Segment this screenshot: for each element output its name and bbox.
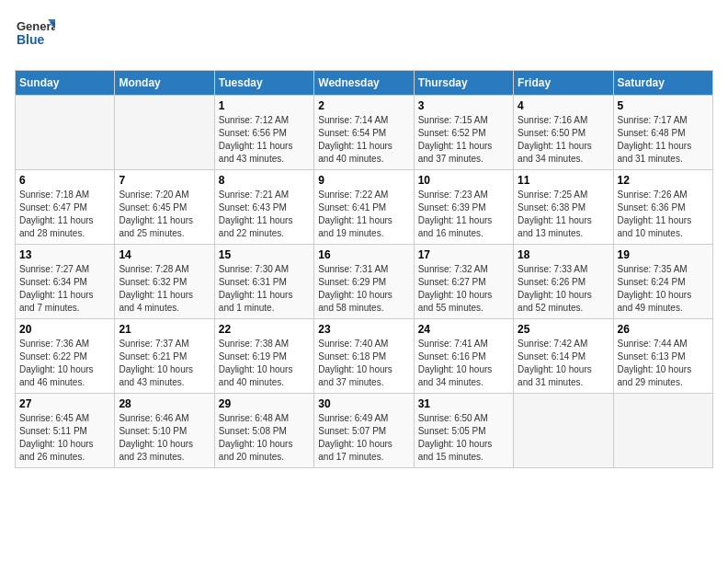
calendar-table: SundayMondayTuesdayWednesdayThursdayFrid…: [15, 70, 713, 468]
calendar-cell: 23Sunrise: 7:40 AM Sunset: 6:18 PM Dayli…: [314, 319, 414, 394]
day-number: 22: [219, 323, 310, 336]
day-number: 19: [618, 248, 709, 261]
day-info: Sunrise: 7:21 AM Sunset: 6:43 PM Dayligh…: [219, 189, 310, 240]
col-header-saturday: Saturday: [613, 71, 712, 96]
day-number: 7: [119, 174, 210, 187]
calendar-cell: 27Sunrise: 6:45 AM Sunset: 5:11 PM Dayli…: [16, 394, 115, 468]
day-info: Sunrise: 7:18 AM Sunset: 6:47 PM Dayligh…: [19, 189, 110, 240]
calendar-cell: 28Sunrise: 6:46 AM Sunset: 5:10 PM Dayli…: [115, 394, 214, 468]
day-number: 4: [518, 99, 609, 112]
day-info: Sunrise: 7:17 AM Sunset: 6:48 PM Dayligh…: [618, 114, 709, 166]
logo: General Blue: [15, 15, 55, 59]
calendar-cell: 2Sunrise: 7:14 AM Sunset: 6:54 PM Daylig…: [314, 96, 414, 170]
svg-text:Blue: Blue: [17, 32, 45, 47]
day-info: Sunrise: 7:27 AM Sunset: 6:34 PM Dayligh…: [19, 263, 110, 315]
day-number: 2: [318, 99, 409, 112]
logo-svg: General Blue: [15, 15, 55, 55]
day-number: 21: [119, 323, 210, 336]
calendar-cell: 15Sunrise: 7:30 AM Sunset: 6:31 PM Dayli…: [214, 245, 313, 319]
day-number: 23: [318, 323, 409, 336]
day-number: 1: [219, 99, 310, 112]
page-header: General Blue: [15, 15, 713, 59]
day-number: 11: [518, 174, 609, 187]
day-info: Sunrise: 7:37 AM Sunset: 6:21 PM Dayligh…: [119, 338, 210, 389]
calendar-cell: 31Sunrise: 6:50 AM Sunset: 5:05 PM Dayli…: [414, 394, 513, 468]
calendar-cell: 5Sunrise: 7:17 AM Sunset: 6:48 PM Daylig…: [613, 96, 712, 170]
day-number: 14: [119, 248, 210, 261]
day-info: Sunrise: 7:25 AM Sunset: 6:38 PM Dayligh…: [518, 189, 609, 240]
day-number: 24: [418, 323, 509, 336]
calendar-cell: 17Sunrise: 7:32 AM Sunset: 6:27 PM Dayli…: [414, 245, 513, 319]
col-header-monday: Monday: [115, 71, 214, 96]
day-number: 9: [318, 174, 409, 187]
day-number: 8: [219, 174, 310, 187]
calendar-cell: 26Sunrise: 7:44 AM Sunset: 6:13 PM Dayli…: [613, 319, 712, 394]
calendar-cell: 20Sunrise: 7:36 AM Sunset: 6:22 PM Dayli…: [16, 319, 115, 394]
calendar-cell: 8Sunrise: 7:21 AM Sunset: 6:43 PM Daylig…: [214, 170, 313, 245]
col-header-wednesday: Wednesday: [314, 71, 414, 96]
calendar-cell: 6Sunrise: 7:18 AM Sunset: 6:47 PM Daylig…: [16, 170, 115, 245]
calendar-cell: 14Sunrise: 7:28 AM Sunset: 6:32 PM Dayli…: [115, 245, 214, 319]
day-number: 16: [318, 248, 409, 261]
calendar-cell: 10Sunrise: 7:23 AM Sunset: 6:39 PM Dayli…: [414, 170, 513, 245]
day-info: Sunrise: 7:22 AM Sunset: 6:41 PM Dayligh…: [318, 189, 409, 240]
day-number: 3: [418, 99, 509, 112]
col-header-tuesday: Tuesday: [214, 71, 313, 96]
col-header-sunday: Sunday: [16, 71, 115, 96]
day-info: Sunrise: 6:46 AM Sunset: 5:10 PM Dayligh…: [119, 412, 210, 464]
calendar-cell: 21Sunrise: 7:37 AM Sunset: 6:21 PM Dayli…: [115, 319, 214, 394]
calendar-cell: [613, 394, 712, 468]
svg-text:General: General: [17, 19, 55, 33]
calendar-cell: 4Sunrise: 7:16 AM Sunset: 6:50 PM Daylig…: [514, 96, 613, 170]
calendar-cell: 16Sunrise: 7:31 AM Sunset: 6:29 PM Dayli…: [314, 245, 414, 319]
day-number: 18: [518, 248, 609, 261]
day-info: Sunrise: 7:15 AM Sunset: 6:52 PM Dayligh…: [418, 114, 509, 166]
day-info: Sunrise: 7:16 AM Sunset: 6:50 PM Dayligh…: [518, 114, 609, 166]
day-number: 5: [618, 99, 709, 112]
day-info: Sunrise: 7:35 AM Sunset: 6:24 PM Dayligh…: [618, 263, 709, 315]
day-info: Sunrise: 7:33 AM Sunset: 6:26 PM Dayligh…: [518, 263, 609, 315]
calendar-cell: 29Sunrise: 6:48 AM Sunset: 5:08 PM Dayli…: [214, 394, 313, 468]
col-header-thursday: Thursday: [414, 71, 513, 96]
calendar-cell: 7Sunrise: 7:20 AM Sunset: 6:45 PM Daylig…: [115, 170, 214, 245]
day-info: Sunrise: 6:48 AM Sunset: 5:08 PM Dayligh…: [219, 412, 310, 464]
day-number: 10: [418, 174, 509, 187]
calendar-cell: 19Sunrise: 7:35 AM Sunset: 6:24 PM Dayli…: [613, 245, 712, 319]
calendar-cell: 3Sunrise: 7:15 AM Sunset: 6:52 PM Daylig…: [414, 96, 513, 170]
day-info: Sunrise: 6:45 AM Sunset: 5:11 PM Dayligh…: [19, 412, 110, 464]
day-number: 6: [19, 174, 110, 187]
day-info: Sunrise: 7:36 AM Sunset: 6:22 PM Dayligh…: [19, 338, 110, 389]
day-number: 28: [119, 397, 210, 410]
calendar-cell: 18Sunrise: 7:33 AM Sunset: 6:26 PM Dayli…: [514, 245, 613, 319]
col-header-friday: Friday: [514, 71, 613, 96]
day-info: Sunrise: 7:30 AM Sunset: 6:31 PM Dayligh…: [219, 263, 310, 315]
calendar-cell: 9Sunrise: 7:22 AM Sunset: 6:41 PM Daylig…: [314, 170, 414, 245]
calendar-cell: 12Sunrise: 7:26 AM Sunset: 6:36 PM Dayli…: [613, 170, 712, 245]
day-info: Sunrise: 7:14 AM Sunset: 6:54 PM Dayligh…: [318, 114, 409, 166]
day-info: Sunrise: 7:26 AM Sunset: 6:36 PM Dayligh…: [618, 189, 709, 240]
day-number: 31: [418, 397, 509, 410]
calendar-cell: 22Sunrise: 7:38 AM Sunset: 6:19 PM Dayli…: [214, 319, 313, 394]
day-info: Sunrise: 6:49 AM Sunset: 5:07 PM Dayligh…: [318, 412, 409, 464]
calendar-cell: [115, 96, 214, 170]
day-number: 29: [219, 397, 310, 410]
calendar-cell: 11Sunrise: 7:25 AM Sunset: 6:38 PM Dayli…: [514, 170, 613, 245]
day-info: Sunrise: 7:23 AM Sunset: 6:39 PM Dayligh…: [418, 189, 509, 240]
day-number: 20: [19, 323, 110, 336]
calendar-cell: 24Sunrise: 7:41 AM Sunset: 6:16 PM Dayli…: [414, 319, 513, 394]
calendar-cell: [514, 394, 613, 468]
day-info: Sunrise: 7:12 AM Sunset: 6:56 PM Dayligh…: [219, 114, 310, 166]
day-number: 30: [318, 397, 409, 410]
day-number: 15: [219, 248, 310, 261]
day-info: Sunrise: 7:40 AM Sunset: 6:18 PM Dayligh…: [318, 338, 409, 389]
calendar-cell: [16, 96, 115, 170]
day-info: Sunrise: 7:32 AM Sunset: 6:27 PM Dayligh…: [418, 263, 509, 315]
day-info: Sunrise: 7:44 AM Sunset: 6:13 PM Dayligh…: [618, 338, 709, 389]
day-number: 27: [19, 397, 110, 410]
day-info: Sunrise: 7:41 AM Sunset: 6:16 PM Dayligh…: [418, 338, 509, 389]
day-info: Sunrise: 7:42 AM Sunset: 6:14 PM Dayligh…: [518, 338, 609, 389]
day-number: 12: [618, 174, 709, 187]
day-number: 26: [618, 323, 709, 336]
calendar-cell: 25Sunrise: 7:42 AM Sunset: 6:14 PM Dayli…: [514, 319, 613, 394]
calendar-cell: 1Sunrise: 7:12 AM Sunset: 6:56 PM Daylig…: [214, 96, 313, 170]
